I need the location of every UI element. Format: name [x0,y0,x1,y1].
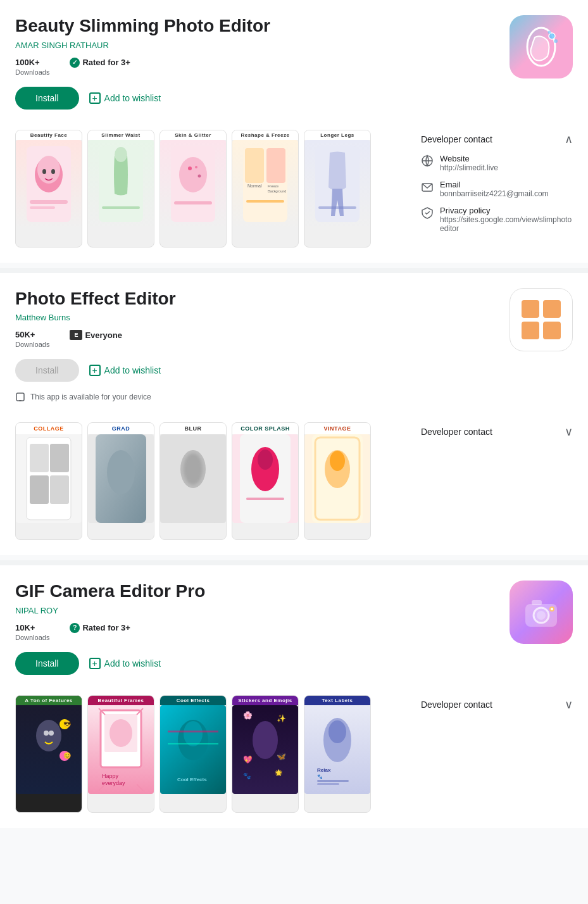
app3-screenshot-4: Stickers and Emojis 🌸 ✨ 💖 🦋 🐾 🌟 [232,695,299,813]
app1-ss4-graphic: Normal Freeze Background [240,143,291,225]
app1-ss5-graphic [312,143,363,225]
app2-title: Photo Effect Editor [15,288,510,310]
app2-content-row: COLLAGE GR [15,422,573,555]
svg-rect-48 [246,498,284,500]
app3-icon-svg [519,590,563,634]
app1-website-text: Website http://slimedit.live [440,154,573,172]
app1-email-text: Email bonnbarriiseitz4221@gmail.com [440,180,573,198]
svg-rect-13 [102,206,140,209]
app3-header: GIF Camera Editor Pro NIPAL ROY 10K+ Dow… [15,581,573,685]
app2-ss1-img [16,434,82,523]
app3-downloads-label: Downloads [15,634,49,641]
app1-privacy-url[interactable]: https://sites.google.com/view/slimphotoe… [440,215,573,233]
app2-developer[interactable]: Matthew Burns [15,313,510,322]
app2-downloads-value: 50K+ [15,330,35,339]
app1-icon [510,15,573,78]
app1-dev-contact-header[interactable]: Developer contact ∧ [421,132,573,154]
app3-ss1-label: A Ton of Features [16,696,82,705]
app1-rating-stat: ✓ Rated for 3+ [70,58,130,77]
app3-stats: 10K+ Downloads ? Rated for 3+ [15,623,510,642]
svg-rect-74 [168,743,218,744]
app3-dev-contact-header[interactable]: Developer contact ∨ [421,698,573,719]
svg-text:Normal: Normal [247,184,262,188]
app1-website-label: Website [440,154,573,163]
app2-ss2-img [88,434,154,523]
svg-point-84 [328,720,346,743]
app2-wishlist-icon: + [89,365,101,376]
app1-section: Beauty Slimming Photo Editor AMAR SINGH … [0,0,588,263]
svg-rect-32 [16,393,24,401]
app1-header-left: Beauty Slimming Photo Editor AMAR SINGH … [15,15,510,120]
svg-point-72 [184,721,203,746]
app3-rating-value: ? Rated for 3+ [70,623,130,633]
svg-text:🌟: 🌟 [275,769,283,777]
svg-point-6 [37,156,60,184]
app3-wishlist-button[interactable]: + Add to wishlist [89,658,161,669]
app2-ss3-graphic [168,434,218,523]
app3-icon [510,581,573,644]
app1-wishlist-button[interactable]: + Add to wishlist [89,92,161,104]
app3-install-button[interactable]: Install [15,652,79,675]
app2-screenshots-container: COLLAGE GR [15,422,406,555]
app1-screenshot-3: Skin & Glitter [160,130,227,248]
svg-point-51 [330,451,345,471]
svg-rect-10 [30,206,55,209]
svg-text:🦋: 🦋 [277,751,286,761]
svg-point-41 [107,450,135,494]
app1-website-url[interactable]: http://slimedit.live [440,163,573,172]
app1-wishlist-icon: + [89,92,101,104]
svg-rect-73 [168,731,218,732]
app1-actions: Install + Add to wishlist [15,87,510,110]
svg-point-56 [537,611,546,620]
app1-ss3-img [160,140,226,229]
app3-content-row: A Ton of Features 😎 😊 [15,695,573,828]
app3-ss4-img: 🌸 ✨ 💖 🦋 🐾 🌟 [232,705,298,794]
app1-website-item: Website http://slimedit.live [421,154,573,172]
app1-header: Beauty Slimming Photo Editor AMAR SINGH … [15,15,573,120]
app1-ss3-graphic [168,143,218,225]
app1-privacy-label: Privacy policy [440,206,573,215]
app3-ss3-graphic: Cool Effects [168,705,218,794]
app3-dev-contact: Developer contact ∨ [421,695,573,828]
svg-point-44 [184,453,203,485]
app3-ss4-label: Stickers and Emojis [232,696,298,705]
app2-ss5-label: VINTAGE [304,423,370,434]
app1-rating-label [70,69,72,77]
app3-developer[interactable]: NIPAL ROY [15,606,510,615]
app2-ss5-graphic [312,434,363,523]
app1-email-value[interactable]: bonnbarriiseitz4221@gmail.com [440,189,573,198]
app2-ss3-label: BLUR [160,423,226,434]
app3-ss2-label: Beautiful Frames [88,696,154,705]
svg-point-1 [549,33,555,39]
app3-ss5-graphic: Relax 🐾 [312,705,363,794]
svg-text:Happy: Happy [102,773,119,779]
svg-text:🌸: 🌸 [243,710,253,720]
app2-wishlist-button[interactable]: + Add to wishlist [89,365,161,376]
app2-device-notice: This app is available for your device [15,392,510,402]
app1-ss5-img [304,140,370,229]
app2-rating-label [70,341,72,349]
app2-rating-value: E Everyone [70,330,122,340]
app2-screenshots-row: COLLAGE GR [15,422,406,555]
app3-ss5-img: Relax 🐾 [304,705,370,794]
svg-text:💖: 💖 [243,755,253,764]
svg-rect-33 [19,400,22,401]
svg-point-15 [179,157,207,192]
app1-developer[interactable]: AMAR SINGH RATHAUR [15,41,510,50]
app1-install-button[interactable]: Install [15,87,79,110]
svg-text:Relax: Relax [317,767,331,773]
divider-1 [0,268,588,273]
svg-point-8 [51,169,55,174]
app3-ss1-img: 😎 😊 [16,705,82,794]
app1-title: Beauty Slimming Photo Editor [15,15,510,37]
app1-ss2-graphic [96,143,146,225]
app2-esrb-icon: E [70,330,82,340]
app2-dev-contact-header[interactable]: Developer contact ∨ [421,425,573,446]
app1-dev-contact-title: Developer contact [421,134,492,144]
app2-ss5-img [304,434,370,523]
svg-text:Freeze: Freeze [268,184,278,188]
app2-rating-stat: E Everyone [70,330,122,349]
svg-point-2 [554,39,558,43]
svg-text:🐾: 🐾 [243,772,251,780]
svg-point-17 [195,166,197,168]
